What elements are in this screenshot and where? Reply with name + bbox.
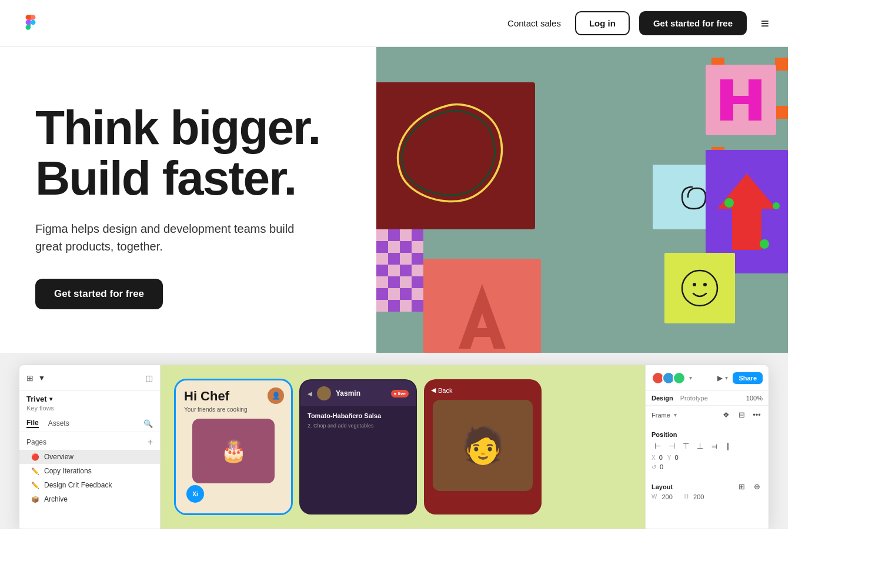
svg-point-3	[724, 198, 734, 208]
coord-row-xy: X 0 Y 0	[652, 454, 763, 461]
component-icon[interactable]: ❖	[720, 410, 732, 419]
live-badge: ● live	[391, 390, 409, 397]
hamburger-menu-button[interactable]: ≡	[761, 16, 769, 31]
svg-rect-2	[720, 96, 761, 104]
more-icon[interactable]: •••	[751, 410, 763, 419]
align-right-icon[interactable]: ⊤	[680, 442, 691, 450]
hero-heading: Think bigger. Build faster.	[35, 102, 341, 203]
play-icon[interactable]: ▶	[717, 374, 723, 382]
frame-hi-chef[interactable]: Hi Chef Your friends are cooking 👤 🎂 Xi	[175, 379, 292, 514]
hero-cta-button[interactable]: Get started for free	[35, 279, 163, 309]
x-label: X	[652, 455, 656, 461]
y-label: Y	[667, 455, 671, 461]
navbar: Contact sales Log in Get started for fre…	[0, 0, 788, 47]
yasmin-content: Tomato-Habañero Salsa 2. Chop and add ve…	[300, 406, 416, 436]
get-started-button[interactable]: Get started for free	[639, 11, 747, 35]
align-top-icon[interactable]: ⊥	[694, 442, 706, 450]
hero-heading-line2: Build faster.	[35, 151, 296, 205]
page-label-design: Design Crit Feedback	[44, 481, 112, 489]
frame-back[interactable]: ◀ Back 🧑	[424, 379, 542, 514]
align-center-v-icon[interactable]: ⫤	[708, 442, 720, 450]
h-background	[706, 65, 776, 135]
w-value[interactable]: 200	[662, 493, 672, 500]
hero-left: Think bigger. Build faster. Figma helps …	[0, 47, 376, 353]
page-icon-archive: 📦	[31, 496, 39, 503]
frame-row: Frame ▾ ❖ ⊟ •••	[652, 410, 763, 419]
r-value[interactable]: 0	[660, 463, 663, 470]
svg-point-4	[760, 239, 769, 249]
checker-pattern	[376, 229, 423, 312]
x-value[interactable]: 0	[659, 454, 663, 461]
h-value[interactable]: 200	[693, 493, 704, 500]
y-value[interactable]: 0	[674, 454, 678, 461]
layout-label: Layout	[652, 483, 673, 490]
spiral-svg	[667, 176, 709, 218]
frame-label: Frame	[652, 412, 670, 419]
avatar-3	[673, 372, 686, 385]
panel-toggle-icon[interactable]: ◫	[145, 373, 153, 383]
grid-icon[interactable]: ⊞	[26, 373, 34, 383]
layout-add-icon[interactable]: ⊕	[751, 482, 763, 491]
login-button[interactable]: Log in	[575, 11, 630, 35]
size-row: W 200 H 200	[652, 493, 763, 500]
figma-right-panel: ▾ ▶ ▾ Share Design Prototype 100% Frame …	[645, 365, 769, 529]
back-header: ◀ Back	[425, 380, 540, 400]
hero-section: Think bigger. Build faster. Figma helps …	[0, 47, 788, 353]
back-label: Back	[438, 387, 452, 394]
frame-yasmin[interactable]: ◀ Yasmin ● live Tomato-Habañero Salsa 2.…	[299, 379, 417, 514]
share-button[interactable]: Share	[733, 372, 763, 384]
add-page-button[interactable]: +	[148, 437, 153, 447]
layout-row: Layout ⊞ ⊕	[652, 482, 763, 491]
align-left-icon[interactable]: ⊢	[652, 442, 663, 450]
person-image: 🧑	[433, 400, 533, 491]
rp-topbar: ▾ ▶ ▾ Share	[646, 365, 769, 391]
frame-hi-chef-sub: Your friends are cooking	[184, 406, 283, 413]
sidebar-topbar: ⊞ ▼ ◫	[19, 365, 160, 391]
align-bottom-icon[interactable]: ∥	[722, 442, 734, 450]
page-item-design-crit[interactable]: ✏️ Design Crit Feedback	[19, 478, 160, 492]
h-letter-svg	[717, 76, 764, 123]
contact-sales-link[interactable]: Contact sales	[503, 18, 566, 28]
coord-row-r: ↺ 0	[652, 463, 763, 470]
canvas-frames-container: Hi Chef Your friends are cooking 👤 🎂 Xi …	[161, 365, 645, 529]
selection-handle-br	[775, 106, 788, 119]
figma-ui-mockup: ⊞ ▼ ◫ Trivet ▾ Key flows File Assets 🔍 P…	[19, 365, 769, 529]
page-item-overview[interactable]: 🔴 Overview	[19, 450, 160, 464]
r-label: ↺	[652, 464, 656, 470]
project-name[interactable]: Trivet ▾	[19, 391, 160, 405]
page-label-archive: Archive	[44, 495, 68, 503]
svg-point-6	[682, 270, 717, 306]
page-label-overview: Overview	[44, 453, 74, 461]
align-center-h-icon[interactable]: ⊣	[666, 442, 677, 450]
cake-image: 🎂	[192, 419, 275, 483]
figma-canvas[interactable]: Hi Chef Your friends are cooking 👤 🎂 Xi …	[161, 365, 645, 529]
rp-tab-prototype[interactable]: Prototype	[680, 395, 708, 402]
sidebar-tool-label: ▼	[38, 374, 145, 382]
selection-handle-tl	[775, 58, 788, 71]
frame-icons: ❖ ⊟ •••	[720, 410, 763, 419]
rp-tab-design[interactable]: Design	[652, 395, 673, 402]
tab-assets[interactable]: Assets	[48, 419, 69, 427]
page-icon-copy: ✏️	[31, 467, 39, 475]
search-icon[interactable]: 🔍	[143, 419, 153, 428]
a-letter-svg	[447, 278, 517, 353]
back-arrow-icon: ◀	[431, 386, 436, 394]
hero-subtext: Figma helps design and development teams…	[35, 220, 318, 255]
grid-layout-icon[interactable]: ⊞	[736, 482, 747, 491]
autolayout-icon[interactable]: ⊟	[736, 410, 747, 419]
h-label: H	[684, 493, 689, 500]
hero-heading-line1: Think bigger.	[35, 101, 320, 154]
align-icons: ⊢ ⊣ ⊤ ⊥ ⫤ ∥	[652, 442, 763, 450]
page-label-copy: Copy Iterations	[44, 467, 92, 475]
page-icon-design: ✏️	[31, 482, 39, 489]
position-label: Position	[652, 431, 763, 438]
yasmin-name: Yasmin	[336, 389, 386, 397]
page-item-archive[interactable]: 📦 Archive	[19, 492, 160, 506]
yasmin-header: ◀ Yasmin ● live	[300, 380, 416, 406]
tab-file[interactable]: File	[26, 419, 39, 428]
rp-position-section: Position ⊢ ⊣ ⊤ ⊥ ⫤ ∥ X 0 Y 0	[646, 426, 769, 477]
zoom-level: 100%	[746, 395, 763, 402]
frame-arrow: ▾	[674, 412, 677, 418]
h-letter-container	[682, 53, 788, 153]
page-item-copy-iterations[interactable]: ✏️ Copy Iterations	[19, 464, 160, 478]
